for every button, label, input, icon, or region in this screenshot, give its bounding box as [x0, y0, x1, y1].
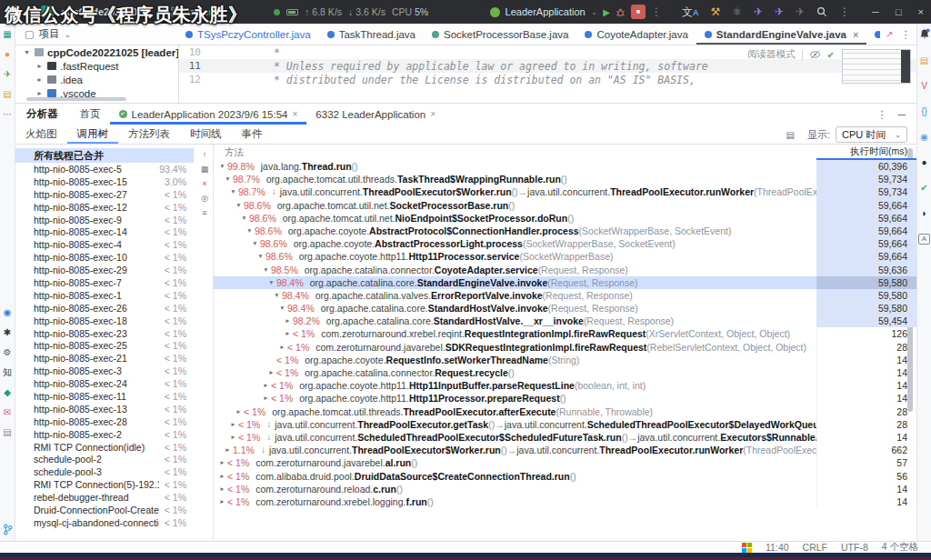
project-icon[interactable]: ▦ [2, 29, 14, 39]
call-tree-row[interactable]: ▸< 1%org.apache.coyote.http11.Http11Inpu… [214, 379, 916, 392]
call-tree-row[interactable]: ▾98.6%org.apache.tomcat.util.net.SocketP… [214, 199, 916, 212]
call-tree-row[interactable]: ▾98.4%org.apache.catalina.core.StandardH… [214, 302, 916, 315]
call-tree-row[interactable]: ▾98.6%org.apache.tomcat.util.net.NioEndp… [214, 212, 916, 225]
tree-arrow-icon[interactable]: ▾ [272, 289, 282, 302]
tree-arrow-icon[interactable]: ▾ [250, 237, 260, 250]
kebab-menu-icon[interactable]: ⋮ [839, 5, 850, 18]
tree-arrow-icon[interactable]: ▾ [223, 173, 233, 185]
text-a-icon[interactable]: A [918, 234, 930, 245]
profiler-tab[interactable]: 6332 LeaderApplication× [306, 104, 445, 125]
tree-arrow-icon[interactable]: ▾ [23, 48, 31, 56]
shield-check-icon[interactable]: ✔ [918, 183, 930, 193]
editor-tab[interactable]: TaskThread.java [319, 24, 424, 45]
thread-list-item[interactable]: http-nio-8085-exec-4< 1% [15, 238, 194, 251]
call-tree-row[interactable]: ▸< 1%com.zeroturnaround.xrebel.reqint.Re… [214, 327, 916, 340]
editor-tab[interactable]: Integer.java [866, 24, 880, 45]
thread-list-item[interactable]: http-nio-8085-exec-18< 1% [15, 315, 194, 327]
thread-list-item[interactable]: http-nio-8085-exec-9< 1% [15, 214, 194, 226]
call-tree-row[interactable]: ▸< 1%↓java.util.concurrent.ThreadPoolExe… [214, 418, 916, 431]
thread-list-item[interactable]: http-nio-8085-exec-14< 1% [15, 225, 194, 238]
call-tree-row[interactable]: ▾98.6%org.apache.coyote.AbstractProtocol… [214, 225, 916, 237]
tree-arrow-icon[interactable]: ▸ [35, 75, 44, 84]
horizontal-scrollbar[interactable] [26, 97, 126, 101]
thread-list-item[interactable]: http-nio-8085-exec-7< 1% [15, 276, 194, 289]
send-jet-icon[interactable]: ✈ [775, 5, 784, 18]
thread-list-item[interactable]: RMI TCP Connection(idle)< 1% [15, 441, 194, 454]
project-tree-item[interactable]: ▸.idea [15, 73, 178, 86]
editor-pane[interactable]: 10*11* Unless required by applicable law… [179, 45, 916, 103]
profiler-subtab[interactable]: 调用树 [67, 125, 119, 144]
project-tree-item[interactable]: ▾cppCode20221025 [leader] D:\code [15, 45, 178, 59]
tree-arrow-icon[interactable]: ▸ [228, 431, 238, 444]
thread-list-item[interactable]: http-nio-8085-exec-24< 1% [15, 377, 194, 390]
database-icon[interactable]: ▤ [2, 89, 14, 99]
tree-arrow-icon[interactable]: ▸ [234, 405, 244, 418]
stop-button[interactable]: ■ [631, 5, 646, 19]
thread-list-item[interactable]: http-nio-8085-exec-13< 1% [15, 403, 194, 415]
todo-icon[interactable]: ▤ [2, 427, 14, 437]
thread-list-item[interactable]: mysql-cj-abandoned-connection-cleanup< 1… [15, 516, 194, 529]
thread-list-item[interactable]: rebel-debugger-thread< 1% [15, 491, 194, 504]
run-button[interactable]: ▶ [603, 7, 610, 17]
atom-icon[interactable]: ⚛ [732, 5, 742, 18]
call-tree-row[interactable]: ▸< 1%com.alibaba.druid.pool.DruidDataSou… [214, 470, 916, 483]
thread-list-item[interactable]: http-nio-8085-exec-25< 1% [15, 339, 194, 352]
profiler-tab[interactable]: 首页 [71, 104, 110, 125]
chevron-down-icon[interactable]: ⌄ [591, 7, 598, 16]
thread-list-item[interactable]: http-nio-8085-exec-3< 1% [15, 365, 194, 377]
tree-arrow-icon[interactable]: ▸ [35, 89, 44, 97]
tree-arrow-icon[interactable]: ▾ [255, 250, 265, 263]
close-icon[interactable]: × [430, 109, 435, 119]
git-branch-icon[interactable] [3, 524, 13, 535]
run-configuration-name[interactable]: LeaderApplication [506, 6, 586, 17]
method-column-header[interactable]: 方法 [214, 146, 244, 159]
build-tools-icon[interactable]: ⚒ [710, 5, 720, 18]
thread-list-item[interactable]: schedule-pool-2< 1% [15, 453, 194, 465]
thread-list-item[interactable]: Druid-ConnectionPool-Create-190968596< 1… [15, 504, 194, 516]
thread-list-item[interactable]: http-nio-8085-exec-12< 1% [15, 201, 194, 214]
mail-icon[interactable]: ✉ [2, 407, 14, 417]
call-tree-row[interactable]: ▾98.7%↓java.util.concurrent.ThreadPoolEx… [214, 185, 916, 198]
tree-arrow-icon[interactable]: ▸ [217, 456, 227, 469]
eye-slash-icon[interactable] [809, 50, 821, 59]
more-actions-icon[interactable]: ⋮ [651, 5, 662, 18]
tree-arrow-icon[interactable]: ▾ [234, 199, 244, 212]
close-icon[interactable]: × [293, 109, 298, 119]
call-tree-row[interactable]: ▸< 1%org.apache.catalina.connector.Reque… [214, 366, 916, 379]
debug-button[interactable] [616, 7, 626, 17]
tree-arrow-icon[interactable]: ▸ [217, 495, 227, 508]
fast-request-icon[interactable]: ✈ [2, 69, 14, 79]
eye-icon[interactable]: ◎ [199, 194, 211, 204]
navigate-up-icon[interactable]: ↑ [199, 150, 211, 160]
profiler-subtab[interactable]: 时间线 [180, 125, 232, 144]
thread-list-item[interactable]: http-nio-8085-exec-1< 1% [15, 289, 194, 302]
call-tree-row[interactable]: ▸< 1%org.apache.coyote.http11.Http11Proc… [214, 392, 916, 405]
send-jet-icon[interactable]: ✈ [754, 5, 763, 18]
send-jet-disabled-icon[interactable]: ✈ [796, 5, 805, 18]
layout-icon[interactable]: ▤ [786, 130, 795, 140]
thread-list-item[interactable]: http-nio-8085-exec-27< 1% [15, 188, 194, 201]
thread-list-item[interactable]: http-nio-8085-exec-593.4% [15, 163, 194, 175]
translate-icon[interactable]: 文A [682, 5, 699, 20]
tree-arrow-icon[interactable]: ▸ [228, 418, 238, 431]
tree-arrow-icon[interactable]: ▸ [223, 444, 233, 456]
search-icon[interactable] [816, 6, 827, 17]
profiler-tab[interactable]: ✔LeaderApplication 2023/9/6 15:54× [110, 104, 307, 125]
tree-arrow-icon[interactable]: ▾ [261, 264, 271, 276]
editor-tab[interactable]: CoyoteAdapter.java [576, 24, 696, 45]
globe-icon[interactable]: ◉ [918, 132, 930, 142]
thread-list-item[interactable]: http-nio-8085-exec-153.0% [15, 175, 194, 188]
editor-minimap[interactable] [842, 49, 911, 84]
maximize-button[interactable]: □ [896, 6, 902, 17]
indent-indicator[interactable]: 4 个空格 [882, 541, 918, 554]
tree-arrow-icon[interactable]: ▸ [283, 327, 293, 340]
call-tree-row[interactable]: ▾98.4%org.apache.catalina.core.StandardE… [214, 276, 916, 289]
call-tree-row[interactable]: ▸< 1%com.zeroturnaround.xrebel.logging.f… [214, 495, 916, 508]
braces-icon[interactable]: {} [918, 106, 930, 116]
profiler-subtab[interactable]: 方法列表 [118, 125, 180, 144]
knot-icon[interactable]: ● [918, 157, 930, 167]
tree-arrow-icon[interactable]: ▾ [245, 225, 255, 237]
flame-graph-icon[interactable]: ▦ [199, 165, 211, 175]
database-icon[interactable]: ▤ [918, 55, 930, 65]
v-icon[interactable]: V [918, 81, 930, 91]
